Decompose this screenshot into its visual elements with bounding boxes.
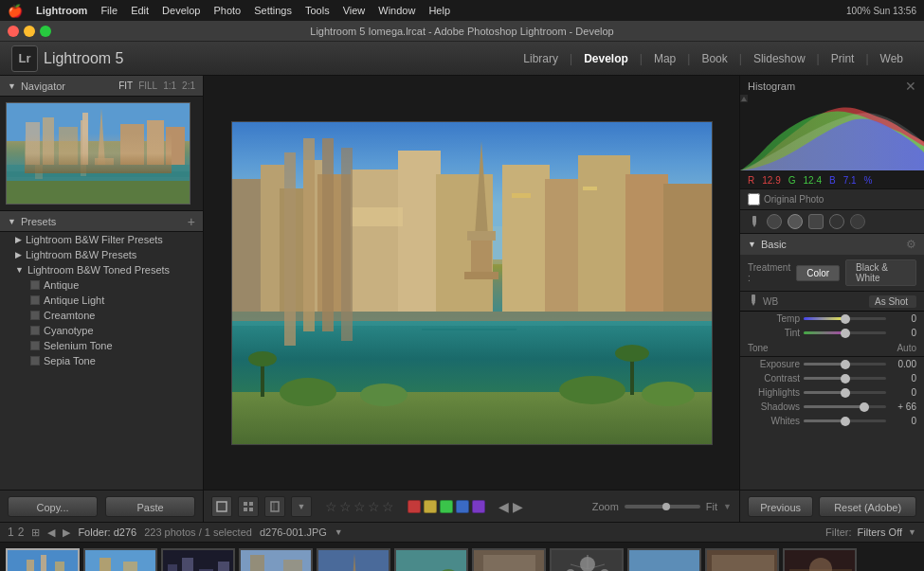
copy-button[interactable]: Copy... [8,496,98,517]
paste-button[interactable]: Paste [105,496,195,517]
color-label-blue[interactable] [456,500,469,513]
preset-group-bw-toned[interactable]: ▼ Lightroom B&W Toned Presets [0,262,203,277]
filmstrip-thumb-8[interactable] [550,548,624,571]
filmstrip-thumb-11[interactable] [783,548,857,571]
menu-item-edit[interactable]: Edit [125,4,154,17]
page-2-button[interactable]: 2 [18,526,25,539]
tone-circle-4[interactable] [850,214,865,229]
tab-slideshow[interactable]: Slideshow [744,48,815,69]
basic-section-header[interactable]: ▼ Basic ⚙ [740,234,924,255]
zoom-slider[interactable] [625,505,700,509]
preset-group-bw-filter[interactable]: ▶ Lightroom B&W Filter Presets [0,232,203,247]
preset-item-antique[interactable]: Antique [0,277,203,293]
color-label-green[interactable] [440,500,453,513]
eyedropper-icon[interactable] [748,215,761,228]
filmstrip-thumb-9[interactable] [627,548,701,571]
apple-logo[interactable]: 🍎 [8,4,23,18]
shadows-slider[interactable] [804,405,886,408]
shadows-slider-thumb[interactable] [860,402,869,412]
tab-library[interactable]: Library [514,48,568,69]
filter-dropdown-icon[interactable]: ▼ [908,527,916,537]
wb-value-dropdown[interactable]: As Shot [869,295,916,308]
filmstrip-thumb-10[interactable] [705,548,779,571]
filmstrip-thumb-4[interactable] [239,548,313,571]
filmstrip-thumb-2[interactable] [83,548,157,571]
filmstrip-thumb-6[interactable] [394,548,468,571]
dropdown-button[interactable]: ▼ [291,496,312,517]
color-label-yellow[interactable] [424,500,437,513]
nav-2-1-ctrl[interactable]: 2:1 [182,80,195,91]
preset-item-sepia-tone[interactable]: Sepia Tone [0,353,203,368]
presets-header[interactable]: ▼ Presets + [0,211,203,232]
grid-view-button[interactable] [238,496,259,517]
tone-circle-3[interactable] [829,214,844,229]
zoom-dropdown-icon[interactable]: ▼ [723,502,732,511]
filter-value[interactable]: Filters Off [858,526,902,538]
tab-print[interactable]: Print [822,48,864,69]
tab-web[interactable]: Web [871,48,913,69]
page-1-button[interactable]: 1 [8,526,14,539]
prev-filmstrip-icon[interactable]: ◀ [47,526,55,539]
nav-fill-ctrl[interactable]: FILL [138,80,157,91]
navigator-header[interactable]: ▼ Navigator FIT FILL 1:1 2:1 [0,76,203,97]
filmstrip-thumb-7[interactable] [472,548,546,571]
whites-slider[interactable] [804,419,886,422]
bw-treatment-button[interactable]: Black & White [845,259,916,286]
tone-circle-1[interactable] [767,214,782,229]
zoom-thumb[interactable] [662,503,670,510]
maximize-button[interactable] [40,26,51,37]
auto-button[interactable]: Auto [897,343,916,353]
grid-view-icon[interactable]: ⊞ [31,526,40,539]
color-treatment-button[interactable]: Color [796,265,840,281]
basic-settings-icon[interactable]: ⚙ [906,238,916,251]
menu-item-develop[interactable]: Develop [156,4,206,17]
filmstrip-thumb-1[interactable] [6,548,80,571]
temp-slider[interactable] [804,317,886,320]
menu-item-file[interactable]: File [95,4,123,17]
navigator-thumbnail[interactable] [0,97,203,210]
menu-item-photo[interactable]: Photo [208,4,246,17]
nav-1-1-ctrl[interactable]: 1:1 [163,80,176,91]
tab-map[interactable]: Map [644,48,685,69]
highlights-slider-thumb[interactable] [841,388,850,398]
menu-item-view[interactable]: View [337,4,371,17]
preset-item-cyanotype[interactable]: Cyanotype [0,323,203,338]
reset-button[interactable]: Reset (Adobe) [819,496,916,517]
loupe-view-button[interactable] [264,496,285,517]
menu-item-lightroom[interactable]: Lightroom [30,4,93,17]
star-2[interactable]: ☆ [339,499,352,514]
tint-slider[interactable] [804,331,886,334]
window-controls[interactable] [8,26,51,37]
tab-develop[interactable]: Develop [574,48,638,69]
filmstrip-thumb-5[interactable] [317,548,390,571]
exposure-slider-thumb[interactable] [841,360,850,369]
menu-item-tools[interactable]: Tools [299,4,335,17]
preset-item-selenium-tone[interactable]: Selenium Tone [0,338,203,353]
menu-item-window[interactable]: Window [372,4,421,17]
wb-eyedropper-icon[interactable] [748,294,759,308]
contrast-slider-thumb[interactable] [841,374,850,384]
star-4[interactable]: ☆ [368,499,380,514]
menu-item-settings[interactable]: Settings [248,4,298,17]
add-preset-button[interactable]: + [188,214,195,229]
star-1[interactable]: ☆ [325,499,337,514]
contrast-slider[interactable] [804,377,886,380]
whites-slider-thumb[interactable] [841,417,850,426]
temp-slider-thumb[interactable] [841,314,850,324]
next-photo-arrow[interactable]: ▶ [513,499,523,514]
previous-button[interactable]: Previous [748,496,813,517]
next-filmstrip-icon[interactable]: ▶ [63,526,70,539]
prev-photo-arrow[interactable]: ◀ [498,499,509,514]
nav-fit-ctrl[interactable]: FIT [118,80,133,91]
preset-item-antique-light[interactable]: Antique Light [0,293,203,308]
preset-item-creamtone[interactable]: Creamtone [0,308,203,323]
tone-rect-1[interactable] [808,214,824,229]
close-button[interactable] [8,26,19,37]
histogram-close-icon[interactable]: ✕ [905,79,916,94]
tab-book[interactable]: Book [692,48,736,69]
color-label-red[interactable] [408,500,421,513]
original-photo-checkbox[interactable] [748,193,760,205]
filename-dropdown-icon[interactable]: ▼ [335,527,343,537]
minimize-button[interactable] [24,26,35,37]
star-5[interactable]: ☆ [382,499,394,514]
